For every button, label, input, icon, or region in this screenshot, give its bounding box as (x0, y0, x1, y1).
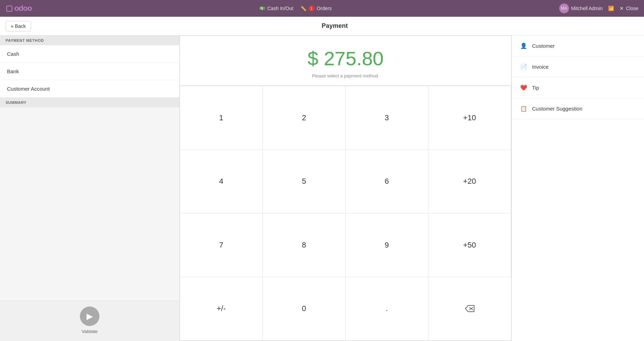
payment-method-bank[interactable]: Bank (0, 63, 179, 80)
payment-method-customer-account[interactable]: Customer Account (0, 80, 179, 98)
summary-area (0, 107, 179, 301)
back-button[interactable]: « Back (6, 21, 31, 31)
odoo-logo: ▢ odoo (6, 4, 32, 13)
user-info[interactable]: MA Mitchell Admin (559, 3, 602, 13)
customer-suggestion-icon: 📋 (520, 105, 527, 112)
validate-button[interactable]: ▶ (80, 306, 99, 326)
cash-in-out-nav[interactable]: 💵 Cash In/Out (259, 6, 293, 11)
right-panel: 👤 Customer 📄 Invoice ❤️ Tip 📋 Customer S… (511, 36, 644, 341)
avatar-initials: MA (561, 6, 567, 11)
orders-nav[interactable]: ✏️ 1 Orders (300, 5, 332, 12)
numpad-6[interactable]: 6 (346, 150, 428, 214)
header-right: MA Mitchell Admin 📶 ✕ Close (559, 3, 638, 13)
main-layout: PAYMENT METHOD Cash Bank Customer Accoun… (0, 36, 644, 341)
amount-display: $ 275.80 Please select a payment method. (180, 36, 511, 86)
cash-in-out-label: Cash In/Out (267, 6, 293, 11)
payment-method-section-header: PAYMENT METHOD (0, 36, 179, 45)
logo-text: odoo (14, 4, 32, 13)
customer-suggestion-label: Customer Suggestion (532, 106, 582, 112)
close-label: Close (626, 6, 638, 11)
sub-header: « Back Payment (0, 17, 644, 36)
numpad-8[interactable]: 8 (263, 213, 345, 277)
header-nav: 💵 Cash In/Out ✏️ 1 Orders (40, 5, 551, 12)
numpad: 1 2 3 +10 4 5 6 +20 7 8 9 +50 +/- 0 . (180, 86, 511, 341)
tip-item[interactable]: ❤️ Tip (512, 77, 644, 98)
wifi-status: 📶 (608, 6, 614, 11)
numpad-4[interactable]: 4 (180, 150, 263, 214)
logo-icon: ▢ (6, 4, 13, 13)
orders-label: Orders (317, 6, 332, 11)
app-header: ▢ odoo 💵 Cash In/Out ✏️ 1 Orders MA Mitc… (0, 0, 644, 17)
numpad-5[interactable]: 5 (263, 150, 345, 214)
close-icon: ✕ (620, 6, 624, 11)
numpad-backspace[interactable] (428, 277, 511, 341)
close-button[interactable]: ✕ Close (620, 6, 638, 11)
numpad-plus10[interactable]: +10 (428, 86, 511, 150)
summary-section-header: SUMMARY (0, 98, 179, 107)
numpad-0[interactable]: 0 (263, 277, 345, 341)
customer-suggestion-item[interactable]: 📋 Customer Suggestion (512, 98, 644, 119)
validate-label: Validate (82, 329, 98, 334)
back-label: « Back (11, 23, 26, 29)
avatar: MA (559, 3, 569, 13)
wifi-icon: 📶 (608, 6, 614, 11)
invoice-label: Invoice (532, 64, 549, 70)
center-panel: $ 275.80 Please select a payment method.… (180, 36, 511, 341)
numpad-plusminus[interactable]: +/- (180, 277, 263, 341)
validate-icon: ▶ (87, 311, 93, 321)
amount-value: $ 275.80 (308, 47, 384, 70)
customer-item[interactable]: 👤 Customer (512, 36, 644, 56)
page-title: Payment (31, 22, 638, 30)
numpad-1[interactable]: 1 (180, 86, 263, 150)
orders-icon: ✏️ (300, 6, 306, 11)
tip-label: Tip (532, 85, 539, 91)
cash-icon: 💵 (259, 6, 265, 11)
orders-badge: 1 (308, 5, 315, 12)
numpad-3[interactable]: 3 (346, 86, 428, 150)
numpad-9[interactable]: 9 (346, 213, 428, 277)
left-panel: PAYMENT METHOD Cash Bank Customer Accoun… (0, 36, 180, 341)
tip-icon: ❤️ (520, 84, 527, 91)
numpad-7[interactable]: 7 (180, 213, 263, 277)
amount-hint: Please select a payment method. (312, 73, 379, 78)
backspace-icon (465, 305, 474, 312)
customer-icon: 👤 (520, 43, 527, 49)
numpad-plus20[interactable]: +20 (428, 150, 511, 214)
invoice-icon: 📄 (520, 63, 527, 70)
payment-method-cash[interactable]: Cash (0, 45, 179, 63)
customer-label: Customer (532, 43, 555, 49)
numpad-2[interactable]: 2 (263, 86, 345, 150)
numpad-dot[interactable]: . (346, 277, 428, 341)
invoice-item[interactable]: 📄 Invoice (512, 56, 644, 77)
numpad-plus50[interactable]: +50 (428, 213, 511, 277)
user-name: Mitchell Admin (571, 6, 602, 11)
validate-area: ▶ Validate (0, 301, 179, 341)
